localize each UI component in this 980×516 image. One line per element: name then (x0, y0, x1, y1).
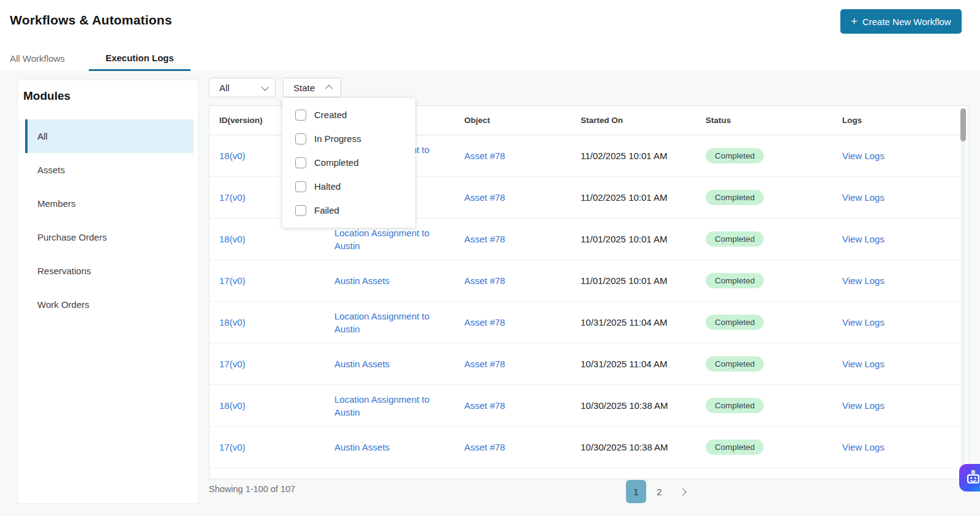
state-filter-menu: Created In Progress Completed Halted Fai… (282, 98, 415, 228)
modules-sidebar: Modules All Assets Members Purchase Orde… (17, 80, 199, 504)
view-logs-link[interactable]: View Logs (842, 275, 968, 286)
status-cell: Completed (706, 439, 842, 455)
started-on-value: 10/31/2025 11:04 AM (581, 359, 706, 369)
started-on-value: 10/30/2025 10:38 AM (581, 442, 706, 452)
assistant-fab[interactable] (959, 464, 980, 492)
checkbox-icon[interactable] (295, 133, 306, 144)
status-cell: Completed (706, 315, 842, 330)
table-row: 18(v0) Location Assignment to Austin Ass… (209, 385, 968, 427)
view-logs-link[interactable]: View Logs (842, 359, 968, 369)
view-logs-link[interactable]: View Logs (842, 317, 968, 327)
status-badge: Completed (706, 148, 764, 163)
state-option-completed[interactable]: Completed (282, 151, 415, 174)
sidebar-item-assets[interactable]: Assets (25, 153, 194, 187)
started-on-value: 11/01/2025 10:01 AM (581, 275, 706, 286)
object-link[interactable]: Asset #78 (464, 317, 581, 327)
table-row: 17(v0) Austin Assets Asset #78 11/01/202… (209, 260, 968, 302)
status-badge: Completed (706, 356, 764, 372)
state-option-created[interactable]: Created (282, 103, 415, 127)
view-logs-link[interactable]: View Logs (842, 234, 968, 244)
object-link[interactable]: Asset #78 (464, 442, 581, 452)
module-filter-value: All (219, 83, 230, 93)
sidebar-item-all[interactable]: All (25, 119, 194, 153)
state-option-failed[interactable]: Failed (282, 198, 415, 222)
tab-execution-logs[interactable]: Execution Logs (89, 46, 190, 71)
view-logs-link[interactable]: View Logs (842, 192, 968, 203)
plus-icon: + (851, 16, 858, 27)
pagination-summary: Showing 1-100 of 107 (209, 484, 295, 494)
checkbox-icon[interactable] (295, 205, 306, 216)
workflow-name-link[interactable]: Austin Assets (334, 274, 451, 287)
workflow-name-link[interactable]: Austin Assets (334, 441, 451, 454)
object-link[interactable]: Asset #78 (464, 275, 581, 286)
create-new-workflow-button[interactable]: + Create New Workflow (840, 9, 962, 34)
col-logs: Logs (842, 116, 968, 125)
tab-all-workflows[interactable]: All Workflows (10, 46, 65, 71)
table-scrollbar-track[interactable] (961, 108, 965, 476)
status-cell: Completed (706, 398, 842, 413)
sidebar-item-work-orders[interactable]: Work Orders (25, 288, 194, 321)
status-badge: Completed (706, 439, 764, 455)
status-cell: Completed (706, 273, 842, 288)
state-filter-label: State (293, 83, 315, 93)
chevron-right-icon (679, 488, 687, 496)
view-logs-link[interactable]: View Logs (842, 442, 968, 452)
object-link[interactable]: Asset #78 (464, 234, 581, 244)
modules-title: Modules (23, 89, 70, 103)
state-option-label: Failed (314, 205, 339, 215)
object-link[interactable]: Asset #78 (464, 359, 581, 369)
workflow-id-link[interactable]: 18(v0) (219, 317, 334, 327)
workflow-name-link[interactable]: Location Assignment to Austin (334, 310, 451, 335)
chevron-up-icon (325, 84, 333, 92)
state-option-label: Halted (314, 181, 341, 192)
sidebar-item-reservations[interactable]: Reservations (25, 254, 194, 288)
workflow-id-link[interactable]: 17(v0) (219, 359, 334, 369)
workflow-name-link[interactable]: Location Assignment to Austin (334, 226, 451, 252)
table-row: 17(v0) Austin Assets Asset #78 10/30/202… (209, 427, 968, 468)
table-row-partial (209, 468, 968, 479)
state-filter-dropdown[interactable]: State (283, 78, 341, 97)
page-button-1[interactable]: 1 (626, 480, 646, 503)
checkbox-icon[interactable] (295, 181, 306, 192)
tab-bar: All Workflows Execution Logs (0, 46, 980, 71)
table-row: 17(v0) Austin Assets Asset #78 10/31/202… (209, 343, 968, 385)
create-new-workflow-label: Create New Workflow (862, 17, 951, 27)
workflow-id-link[interactable]: 18(v0) (219, 400, 334, 411)
checkbox-icon[interactable] (295, 157, 306, 168)
object-link[interactable]: Asset #78 (464, 400, 581, 411)
started-on-value: 10/31/2025 11:04 AM (581, 317, 706, 327)
object-link[interactable]: Asset #78 (464, 192, 581, 203)
view-logs-link[interactable]: View Logs (842, 400, 968, 411)
sidebar-item-members[interactable]: Members (25, 187, 194, 220)
started-on-value: 11/02/2025 10:01 AM (581, 151, 706, 161)
workflow-id-link[interactable]: 17(v0) (219, 275, 334, 286)
state-option-label: Completed (314, 157, 359, 168)
module-filter-dropdown[interactable]: All (209, 78, 276, 97)
modules-menu: All Assets Members Purchase Orders Reser… (25, 119, 194, 321)
state-option-halted[interactable]: Halted (282, 174, 415, 198)
status-cell: Completed (706, 190, 842, 205)
status-cell: Completed (706, 356, 842, 372)
table-scrollbar-thumb[interactable] (960, 108, 966, 141)
workflow-name-link[interactable]: Location Assignment to Austin (334, 393, 451, 419)
page-button-2[interactable]: 2 (649, 480, 669, 503)
started-on-value: 11/01/2025 10:01 AM (581, 234, 706, 244)
robot-assistant-icon (964, 469, 980, 487)
status-cell: Completed (706, 231, 842, 247)
workflow-id-link[interactable]: 17(v0) (219, 442, 334, 452)
workflow-id-link[interactable]: 18(v0) (219, 234, 334, 244)
state-option-label: Created (314, 110, 347, 120)
state-option-in-progress[interactable]: In Progress (282, 127, 415, 151)
next-page-button[interactable] (673, 480, 693, 503)
workflow-name-link[interactable]: Austin Assets (334, 357, 451, 370)
page-title: Workflows & Automations (10, 13, 172, 28)
sidebar-item-purchase-orders[interactable]: Purchase Orders (25, 220, 194, 254)
status-cell: Completed (706, 148, 842, 163)
view-logs-link[interactable]: View Logs (842, 151, 968, 161)
col-object: Object (464, 116, 581, 125)
status-badge: Completed (706, 231, 764, 247)
started-on-value: 10/30/2025 10:38 AM (581, 400, 706, 411)
checkbox-icon[interactable] (295, 110, 306, 121)
object-link[interactable]: Asset #78 (464, 151, 581, 161)
started-on-value: 11/02/2025 10:01 AM (581, 192, 706, 203)
